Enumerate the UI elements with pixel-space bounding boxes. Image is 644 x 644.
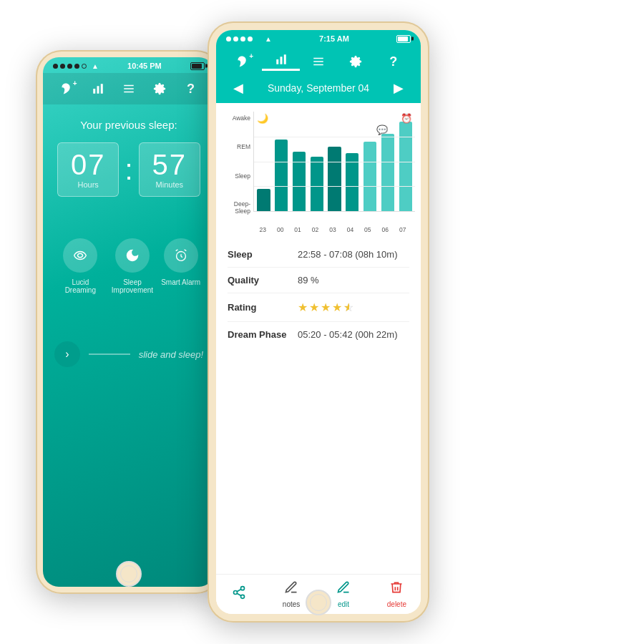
nav-icon-help[interactable]: ? xyxy=(175,82,206,97)
p2-nav-list[interactable] xyxy=(300,55,337,68)
x-label-04: 04 xyxy=(342,226,358,233)
signal-dot-2 xyxy=(60,64,65,69)
sleep-row: Sleep 22:58 - 07:08 (08h 10m) xyxy=(228,242,409,268)
current-date: Sunday, September 04 xyxy=(268,82,369,94)
lucid-dreaming-label: Lucid Dreaming xyxy=(57,278,104,294)
notes-label: notes xyxy=(283,600,300,608)
p2-dot-4 xyxy=(248,36,253,42)
svg-point-15 xyxy=(241,587,245,590)
quality-value: 89 % xyxy=(298,275,319,286)
svg-point-17 xyxy=(241,595,245,598)
edit-button[interactable]: edit xyxy=(335,580,352,608)
signal-dot-5 xyxy=(82,64,87,69)
star-1: ★ xyxy=(298,301,308,314)
edit-label: edit xyxy=(338,600,349,608)
sleep-improvement-label: Sleep Improvement xyxy=(109,278,155,294)
p2-wifi-icon: ▲ xyxy=(265,35,272,43)
p2-dot-2 xyxy=(233,36,238,42)
delete-icon xyxy=(389,580,404,598)
phone2-status-bar: ▲ 7:15 AM xyxy=(216,30,421,46)
star-5: ★ ☆ xyxy=(343,301,353,314)
signal-dot-4 xyxy=(74,64,79,69)
phone2-home-button[interactable] xyxy=(306,590,331,615)
sleep-improvement-icon xyxy=(115,238,150,273)
x-label-02: 02 xyxy=(307,226,323,233)
delete-button[interactable]: delete xyxy=(387,580,406,608)
next-date-arrow[interactable]: ▶ xyxy=(388,80,409,96)
svg-rect-10 xyxy=(280,57,282,64)
slide-button[interactable]: › xyxy=(54,341,80,367)
phone-1: ▲ 10:45 PM + xyxy=(36,50,222,594)
phone1-screen: ▲ 10:45 PM + xyxy=(43,57,215,587)
lucid-dreaming-icon xyxy=(63,238,97,273)
feature-smart-alarm[interactable]: Smart Alarm xyxy=(161,238,200,294)
p2-battery-fill xyxy=(398,36,408,42)
p2-nav-gear[interactable] xyxy=(337,55,374,68)
x-label-23: 23 xyxy=(255,226,270,233)
y-label-rem: REM xyxy=(222,143,250,150)
phone2-nav[interactable]: + ? xyxy=(216,46,421,77)
phone1-signal: ▲ xyxy=(53,62,99,70)
svg-line-19 xyxy=(237,589,241,591)
nav-icon-chart[interactable] xyxy=(82,82,113,95)
feature-lucid-dreaming[interactable]: Lucid Dreaming xyxy=(57,238,104,294)
battery-icon xyxy=(190,62,205,70)
svg-rect-11 xyxy=(283,54,286,64)
prev-sleep-title: Your previous sleep: xyxy=(80,119,177,131)
dream-icon-chart: 💬 xyxy=(376,125,388,135)
y-label-sleep: Sleep xyxy=(222,172,250,180)
svg-line-7 xyxy=(175,250,177,251)
moon-icon-chart: 🌙 xyxy=(257,113,268,124)
slide-line xyxy=(89,353,130,355)
p2-dot-3 xyxy=(240,36,245,42)
time-colon: : xyxy=(125,154,132,186)
phone-2: ▲ 7:15 AM + xyxy=(208,21,429,623)
slide-area[interactable]: › slide and sleep! xyxy=(54,341,203,367)
star-4: ★ xyxy=(332,301,342,314)
p2-battery xyxy=(396,35,411,43)
quality-row: Quality 89 % xyxy=(228,268,409,293)
nav-icon-gear[interactable] xyxy=(145,82,175,95)
phone1-nav[interactable]: + ? xyxy=(43,73,215,104)
svg-rect-1 xyxy=(97,86,99,94)
svg-line-18 xyxy=(237,593,241,595)
x-label-05: 05 xyxy=(360,226,376,233)
svg-point-16 xyxy=(234,591,238,595)
feature-sleep-improvement[interactable]: Sleep Improvement xyxy=(109,238,155,294)
p2-nav-chart[interactable] xyxy=(262,53,299,71)
minutes-label: Minutes xyxy=(152,180,187,189)
notes-button[interactable]: notes xyxy=(283,580,300,608)
smart-alarm-label: Smart Alarm xyxy=(161,278,200,286)
y-label-awake: Awake xyxy=(222,114,250,122)
delete-label: delete xyxy=(387,600,406,608)
phone1-home-button[interactable] xyxy=(116,561,142,587)
sleep-value: 22:58 - 07:08 (08h 10m) xyxy=(298,249,397,260)
star-3: ★ xyxy=(321,301,331,314)
p2-nav-leaf[interactable]: + xyxy=(225,55,262,68)
p2-nav-help[interactable]: ? xyxy=(375,54,412,69)
phone1-time: 10:45 PM xyxy=(127,62,162,70)
smart-alarm-icon xyxy=(164,238,198,273)
svg-rect-2 xyxy=(101,84,103,94)
slide-text: slide and sleep! xyxy=(139,349,203,360)
phone2-time: 7:15 AM xyxy=(319,34,349,43)
quality-label: Quality xyxy=(228,275,292,286)
x-label-07: 07 xyxy=(395,226,411,233)
y-label-deepsleep: Deep-Sleep xyxy=(222,201,250,215)
signal-dot-3 xyxy=(67,64,72,69)
nav-icon-list[interactable] xyxy=(113,82,144,95)
signal-dot-1 xyxy=(53,64,58,69)
x-label-01: 01 xyxy=(290,226,306,233)
edit-icon xyxy=(336,580,351,598)
svg-line-8 xyxy=(184,250,186,251)
alarm-icon-chart: ⏰ xyxy=(401,113,412,124)
share-icon xyxy=(232,585,246,603)
nav-icon-leaf[interactable]: + xyxy=(52,82,82,95)
prev-date-arrow[interactable]: ◀ xyxy=(228,80,249,96)
phone1-status-bar: ▲ 10:45 PM xyxy=(43,57,215,73)
rating-stars: ★ ★ ★ ★ ★ ☆ xyxy=(298,301,353,314)
sleep-chart-area: Awake REM Sleep Deep-Sleep xyxy=(216,103,421,233)
rating-label: Rating xyxy=(228,302,292,313)
share-button[interactable] xyxy=(230,585,248,603)
x-label-06: 06 xyxy=(377,226,393,233)
